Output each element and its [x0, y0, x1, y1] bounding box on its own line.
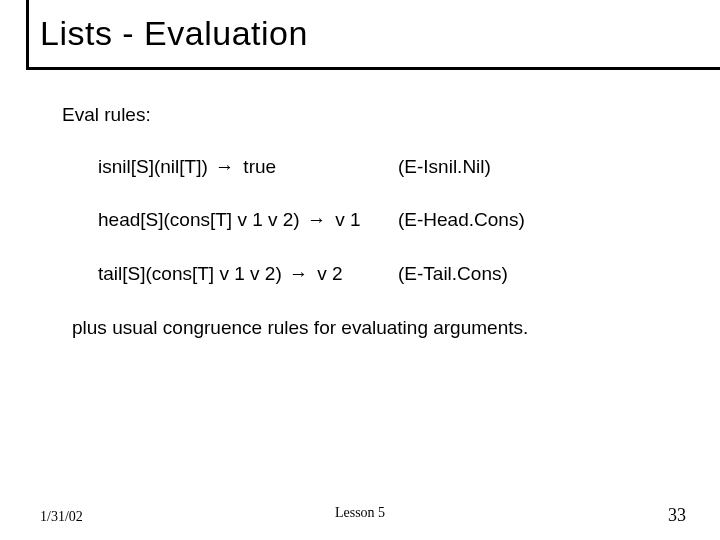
rule-expression: tail[S](cons[T] v 1 v 2) → v 2 [98, 261, 398, 287]
slide: Lists - Evaluation Eval rules: isnil[S](… [0, 0, 720, 540]
rule-expression: head[S](cons[T] v 1 v 2) → v 1 [98, 207, 398, 233]
footer-date: 1/31/02 [40, 509, 83, 525]
note: plus usual congruence rules for evaluati… [72, 315, 680, 341]
title-rule-vertical [26, 0, 29, 70]
rule-name: (E-Isnil.Nil) [398, 154, 680, 180]
subhead: Eval rules: [62, 102, 680, 128]
page-title: Lists - Evaluation [40, 14, 308, 53]
rule-name: (E-Tail.Cons) [398, 261, 680, 287]
rules-block: isnil[S](nil[T]) → true (E-Isnil.Nil) he… [98, 154, 680, 287]
rule-lhs: tail[S](cons[T] v 1 v 2) [98, 263, 287, 284]
arrow-icon: → [305, 209, 330, 230]
rule-rhs: true [238, 156, 276, 177]
arrow-icon: → [213, 156, 238, 177]
footer-page-number: 33 [668, 505, 686, 526]
rule-lhs: head[S](cons[T] v 1 v 2) [98, 209, 305, 230]
rule-rhs: v 1 [330, 209, 361, 230]
footer: 1/31/02 Lesson 5 33 [0, 505, 720, 526]
rule-expression: isnil[S](nil[T]) → true [98, 154, 398, 180]
rule-row: isnil[S](nil[T]) → true (E-Isnil.Nil) [98, 154, 680, 180]
title-rule-horizontal [26, 67, 720, 70]
rule-row: head[S](cons[T] v 1 v 2) → v 1 (E-Head.C… [98, 207, 680, 233]
footer-lesson: Lesson 5 [335, 505, 385, 521]
rule-name: (E-Head.Cons) [398, 207, 680, 233]
rule-lhs: isnil[S](nil[T]) [98, 156, 213, 177]
body: Eval rules: isnil[S](nil[T]) → true (E-I… [62, 102, 680, 340]
rule-row: tail[S](cons[T] v 1 v 2) → v 2 (E-Tail.C… [98, 261, 680, 287]
rule-rhs: v 2 [312, 263, 343, 284]
arrow-icon: → [287, 263, 312, 284]
